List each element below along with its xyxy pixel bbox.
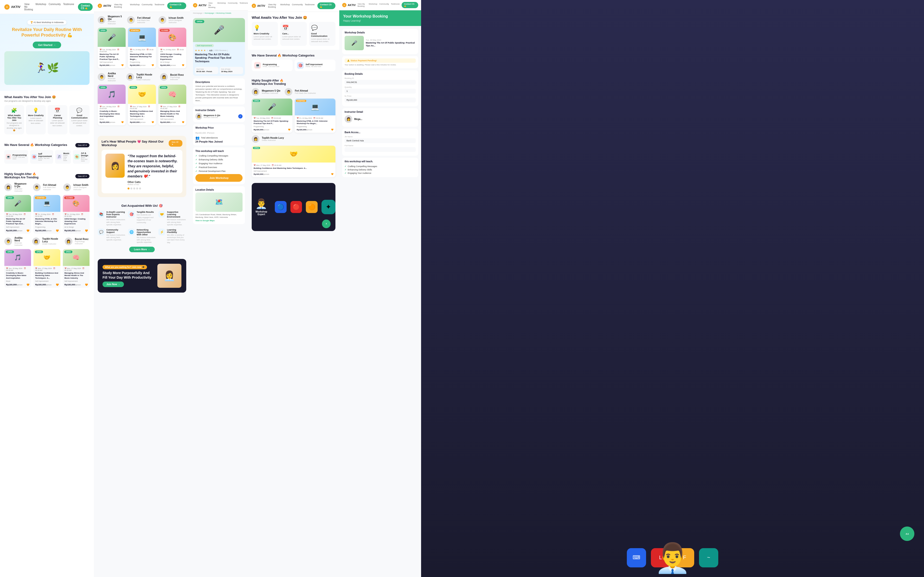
logo-detail[interactable]: A AKTIV bbox=[193, 3, 207, 8]
booking-workshop-title: Mastering The Art Of Public Speaking: Pr… bbox=[366, 42, 416, 47]
categories-heading: We Have Several 🔥 Workshop Categories bbox=[4, 143, 67, 147]
map-link[interactable]: View in Google Maps bbox=[195, 219, 242, 222]
acq-icon-5: ⚡ bbox=[158, 229, 165, 235]
trending-instructors-right: 👩 Megamore 5 QieMotivator Instructor 👨 F… bbox=[252, 88, 336, 96]
navbar-listing: A AKTIV View My Booking Workshop Communi… bbox=[94, 0, 190, 12]
listing-card-music[interactable]: OPEN 🎵 📅 Sun, 26 May 2024 ⏰ 09:30 AM Cre… bbox=[98, 85, 126, 125]
trending-see-all-button[interactable]: See All ✦ bbox=[75, 174, 89, 178]
category-programming[interactable]: 💻 ProgrammingHTML, CSS and more bbox=[4, 150, 28, 164]
t4-card-sales[interactable]: OPEN 🤝 📅 Mon, 27 May 2024 ⏰ 09:30 AM Bui… bbox=[252, 146, 336, 177]
workshop-card-uxui[interactable]: CLOSED 🎨 📅 Fri, 24 May 2024 ⏰ 09:30 AM U… bbox=[63, 195, 89, 234]
wcard-price-speaking: Rp160,000/person bbox=[6, 229, 23, 232]
instructor-avatar-bociel: 👩 bbox=[65, 237, 73, 245]
cat4-programming[interactable]: 💻 ProgrammingHTML, CSS and more bbox=[252, 60, 292, 71]
category-icon-self: 🎯 bbox=[32, 154, 37, 160]
join-workshop-button[interactable]: Join Workshop bbox=[195, 174, 242, 182]
logo[interactable]: A AKTIV bbox=[4, 4, 21, 10]
workshop-card-mental[interactable]: OPEN 🧠 📅 Mon, 27 May 2024 ⏰ 09:30 AM Man… bbox=[63, 249, 89, 288]
booking-details-card: Booking Details Booking ID HAL04C31 Quan… bbox=[342, 70, 418, 106]
listing-card-sales[interactable]: OPEN 🤝 📅 Mon, 27 May 2024 ⏰ 09:30 AM Bui… bbox=[128, 85, 156, 125]
acq-item-5: ⚡ Learning FlexibilityWe offer a variety… bbox=[158, 229, 186, 244]
testimonial-see-all[interactable]: See All ✦ bbox=[169, 140, 183, 147]
listing-card-html[interactable]: STARTED 💻 📅 Fri, 24 May 2024 ⏰ 09:30 AM … bbox=[128, 27, 156, 68]
awaits-grid: 🧩 What Awaits You After You Join Our pro… bbox=[4, 105, 89, 134]
navbar: A AKTIV View My Booking Workshop Communi… bbox=[0, 0, 94, 14]
testimonial-role: Mother of two bbox=[128, 184, 179, 185]
trending-section: Highly Sought-After 🔥Workshops Are Trend… bbox=[0, 168, 94, 292]
acq-item-3: 💬 Community SupportWe feature instructor… bbox=[98, 229, 126, 244]
awaits-card-0: 🧩 What Awaits You After You Join Our pro… bbox=[4, 105, 24, 134]
category-music[interactable]: 🎵 MusicPiano, Sing and more bbox=[55, 150, 71, 164]
status-badge-open-music: OPEN bbox=[6, 250, 14, 253]
what-awaits-section: What Awaits You After You Join 🤩 Our pro… bbox=[0, 91, 94, 139]
booking-price-value: Rp160,000 bbox=[344, 98, 416, 102]
nav-cta-listing[interactable]: Contact CS 🤙 bbox=[167, 2, 186, 9]
logo-right[interactable]: A AKTIV bbox=[252, 3, 265, 8]
awaits-icon-2: 📅 bbox=[50, 108, 65, 113]
categories-section-right: We Have Several 🔥 Workshop Categories 💻 … bbox=[248, 50, 339, 75]
listing-avatar-feri: 👨 bbox=[127, 16, 135, 24]
nav-cta-button[interactable]: Contact CS 🤙 bbox=[78, 3, 93, 11]
awaits-desc-2: Lorem ipsum dolor sit sebusah text conte… bbox=[50, 119, 65, 127]
t4-card-speaking[interactable]: OPEN 🎤 📅 Tue, 30 May 2024 ⏰ 09:30 AM Mas… bbox=[252, 98, 292, 133]
teach-item-3: Practical Exercises bbox=[195, 165, 242, 169]
listing-card-uxui[interactable]: CLOSED 🎨 📅 Fri, 24 May 2024 ⏰ 09:30 AM U… bbox=[158, 27, 186, 68]
instructor-avatar-megamore: 👩 bbox=[4, 184, 12, 191]
workshop-cards-row2: OPEN 🎵 📅 Sun, 26 May 2024 ⏰ 09:30 AM Cre… bbox=[4, 249, 89, 288]
booking-title: Your Workshop Booking bbox=[343, 14, 417, 19]
workshop-detail-main: OPEN 🎤 Self Improvement ★★★★★ 4.5 ( 2350… bbox=[190, 16, 248, 228]
status-badge-closed: CLOSED bbox=[64, 197, 74, 199]
learn-more-button[interactable]: Learn More → bbox=[129, 247, 155, 252]
workshop-title: Mastering The Art Of Public Speaking: Pr… bbox=[193, 53, 245, 65]
nav-link-community[interactable]: Community bbox=[48, 3, 61, 11]
topikh-row: 👩 Topikh Hoode LucyOrator Instructor bbox=[252, 135, 336, 143]
instructor-mini-name: Megamore 5 Qie bbox=[204, 114, 220, 117]
nav-link-testimone[interactable]: Testimone bbox=[63, 3, 74, 11]
awaits-heading: What Awaits You After You Join 🤩 bbox=[4, 95, 89, 99]
booking-hero: Your Workshop Booking Happy Learning! bbox=[339, 10, 421, 26]
nav-cta-right[interactable]: Contact CS 🤙 bbox=[317, 2, 336, 9]
nav-links-right: View My Booking Workshop Community Testi… bbox=[268, 3, 315, 8]
workshop-card-sales[interactable]: OPEN 🤝 📅 Mon, 27 May 2024 ⏰ 09:30 AM Bui… bbox=[34, 249, 60, 288]
categories-see-all-button[interactable]: See All ✦ bbox=[75, 143, 89, 147]
teach-item-4: Personal Development Plan bbox=[195, 169, 242, 173]
teach-item-1: Enhancing Delivery Skills bbox=[195, 158, 242, 161]
breadcrumb: Homepage > Homepage > Workshop Details bbox=[190, 11, 248, 16]
t4-card-html[interactable]: STARTED 💻 📅 Fri, 24 May 2024 ⏰ 09:30 AM … bbox=[295, 98, 336, 133]
nav-cta-booking[interactable]: Contact CS 🤙 bbox=[402, 2, 418, 8]
workshop-card-speaking[interactable]: OPEN 🎤 📅 Tue, 30 May 2024 ⏰ 09:30 AM Mas… bbox=[4, 195, 31, 234]
workshop-card-music[interactable]: OPEN 🎵 📅 Sun, 26 May 2024 ⏰ 09:30 AM Cre… bbox=[4, 249, 31, 288]
cat4-self[interactable]: 🎯 Self ImprovmentInvest, Tax and more bbox=[294, 60, 336, 71]
booking-instructor-card: Instructor Detail 👩 Mega... bbox=[342, 108, 418, 127]
workshop-card-html[interactable]: STARTED 💻 📅 Fri, 24 May 2024 ⏰ 09:30 AM … bbox=[34, 195, 60, 234]
wcard-title-uxui: UX/UI Design: Creating Amazing User Expe… bbox=[65, 218, 88, 225]
awaits-card-1: 💡 More Creativity Lorem ipsum dolor sit … bbox=[26, 105, 46, 134]
listing-card-speaking[interactable]: OPEN 🎤 📅 Tue, 30 May 2024 ⏰ 09:30 AM Mas… bbox=[98, 27, 126, 68]
logo-listing[interactable]: A AKTIV bbox=[98, 3, 111, 8]
hero-cta-button[interactable]: Get Started → bbox=[33, 42, 61, 48]
category-art[interactable]: 🎨 Art & DesignBasic, Run and more bbox=[73, 150, 90, 164]
listing-avatar-megamore: 👩 bbox=[98, 16, 105, 24]
navbar-right: A AKTIV View My Booking Workshop Communi… bbox=[248, 0, 339, 12]
instructor-verified-icon: ✓ bbox=[238, 114, 242, 119]
category-self-improvement[interactable]: 🎯 Self ImprovementInvest, Tax and more bbox=[30, 150, 53, 164]
study-join-button[interactable]: Join Now → bbox=[102, 282, 124, 287]
workshop-teaches-card: This workshop will teach Crafting Compel… bbox=[193, 147, 245, 184]
booking-qty-row: Quantity 1 bbox=[344, 86, 416, 93]
detail-status-badge: OPEN bbox=[195, 20, 204, 23]
listing-card-mental[interactable]: OPEN 🧠 📅 Mon, 27 May 2024 ⏰ 09:30 AM Man… bbox=[158, 85, 186, 125]
logo-booking[interactable]: A AKTIV bbox=[342, 3, 355, 7]
full-name-value[interactable] bbox=[344, 147, 416, 152]
booking-qty-value: 1 bbox=[344, 89, 416, 93]
listing-cards-row2: OPEN 🎵 📅 Sun, 26 May 2024 ⏰ 09:30 AM Cre… bbox=[98, 85, 186, 125]
navbar-booking: A AKTIV View My Booking Workshop Communi… bbox=[339, 0, 421, 10]
booking-price-row: fix Price Rp160,000 bbox=[344, 95, 416, 102]
aw4-card-0: 💡 More Creativity Lorem ipsum dolor sit … bbox=[252, 22, 278, 46]
cat4-icon-programming: 💻 bbox=[254, 62, 261, 69]
nav-link-workshop[interactable]: Workshop bbox=[36, 3, 46, 11]
testimonial-dots bbox=[128, 187, 179, 189]
aw4-card-1: 📅 Care... Lorem ipsum dolor sit sebusah … bbox=[280, 22, 307, 46]
nav-link-booking[interactable]: View My Booking bbox=[24, 3, 33, 11]
awaits-card-3: 💬 Good Communication Lorem ipsum dolor s… bbox=[69, 105, 89, 134]
status-badge-started: STARTED bbox=[35, 197, 46, 199]
